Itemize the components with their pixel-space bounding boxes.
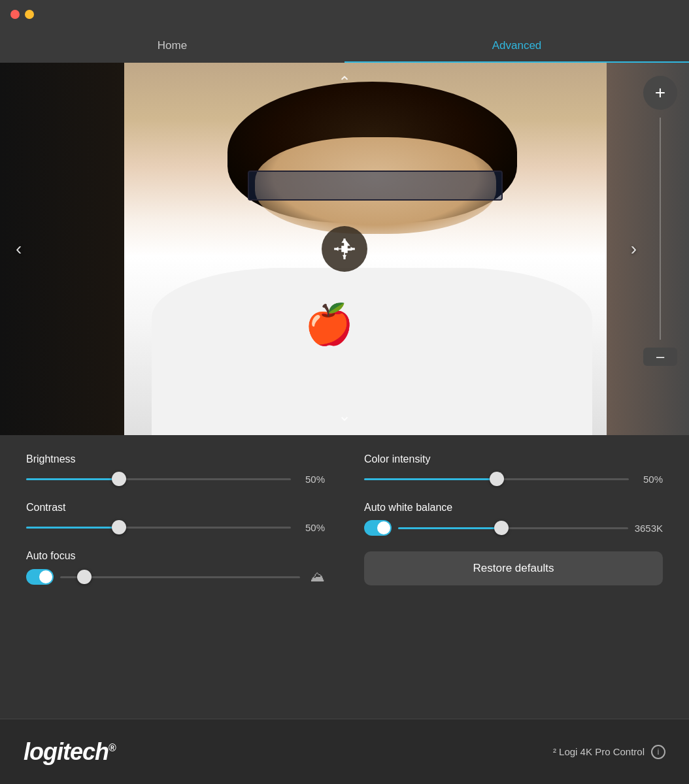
restore-defaults-button[interactable]: Restore defaults bbox=[364, 551, 663, 585]
move-crosshair-icon bbox=[332, 237, 357, 261]
svg-marker-7 bbox=[351, 247, 354, 251]
footer: logitech® ² Logi 4K Pro Control i bbox=[0, 719, 689, 784]
controls-section: Brightness 50% Contrast bbox=[0, 435, 689, 719]
svg-rect-8 bbox=[343, 247, 346, 251]
color-intensity-label: Color intensity bbox=[364, 453, 663, 465]
restore-row: Restore defaults bbox=[364, 551, 663, 585]
autofocus-slider[interactable] bbox=[60, 570, 300, 584]
autofocus-label: Auto focus bbox=[26, 550, 325, 562]
titlebar bbox=[0, 0, 689, 29]
auto-white-balance-slider[interactable] bbox=[398, 521, 628, 535]
svg-marker-6 bbox=[335, 247, 339, 251]
svg-marker-5 bbox=[343, 255, 346, 259]
autofocus-toggle[interactable] bbox=[26, 569, 54, 585]
auto-white-balance-control: Auto white balance 3653K bbox=[364, 502, 663, 536]
window-controls bbox=[10, 10, 34, 19]
color-intensity-slider[interactable] bbox=[364, 472, 629, 486]
logitech-logo: logitech® bbox=[24, 738, 116, 766]
autofocus-control: Auto focus ⛰ bbox=[26, 550, 325, 585]
brightness-value: 50% bbox=[299, 474, 325, 485]
tab-advanced-label: Advanced bbox=[492, 39, 542, 52]
contrast-label: Contrast bbox=[26, 502, 325, 514]
auto-white-balance-toggle[interactable] bbox=[364, 520, 392, 536]
pan-up-button[interactable]: ⌃ bbox=[338, 73, 351, 91]
info-button[interactable]: i bbox=[651, 745, 665, 759]
device-label: ² Logi 4K Pro Control bbox=[553, 746, 645, 757]
brightness-control: Brightness 50% bbox=[26, 453, 325, 486]
zoom-in-button[interactable]: + bbox=[643, 76, 677, 110]
contrast-value: 50% bbox=[299, 522, 325, 533]
brightness-slider[interactable] bbox=[26, 472, 291, 486]
contrast-control: Contrast 50% bbox=[26, 502, 325, 534]
color-intensity-control: Color intensity 50% bbox=[364, 453, 663, 486]
tab-advanced[interactable]: Advanced bbox=[344, 29, 689, 63]
zoom-out-button[interactable]: – bbox=[643, 348, 677, 366]
pan-control[interactable] bbox=[322, 226, 367, 272]
tab-home[interactable]: Home bbox=[0, 29, 344, 63]
tabbar: Home Advanced bbox=[0, 29, 689, 63]
minimize-button[interactable] bbox=[25, 10, 34, 19]
color-intensity-value: 50% bbox=[637, 474, 663, 485]
focus-icon: ⛰ bbox=[311, 568, 325, 585]
close-button[interactable] bbox=[10, 10, 20, 19]
zoom-controls: + – bbox=[643, 76, 677, 366]
auto-white-balance-value: 3653K bbox=[635, 523, 663, 534]
contrast-slider[interactable] bbox=[26, 520, 291, 534]
device-info: ² Logi 4K Pro Control i bbox=[553, 745, 665, 759]
controls-grid: Brightness 50% Contrast bbox=[26, 453, 663, 601]
pan-down-button[interactable]: ⌄ bbox=[338, 406, 351, 425]
pan-right-button[interactable]: › bbox=[631, 238, 637, 259]
zoom-track bbox=[660, 118, 661, 340]
brightness-label: Brightness bbox=[26, 453, 325, 465]
camera-preview: 🍎 ⌃ ‹ › bbox=[0, 63, 689, 435]
tab-home-label: Home bbox=[158, 39, 187, 52]
auto-white-balance-label: Auto white balance bbox=[364, 502, 663, 514]
pan-left-button[interactable]: ‹ bbox=[16, 238, 22, 259]
